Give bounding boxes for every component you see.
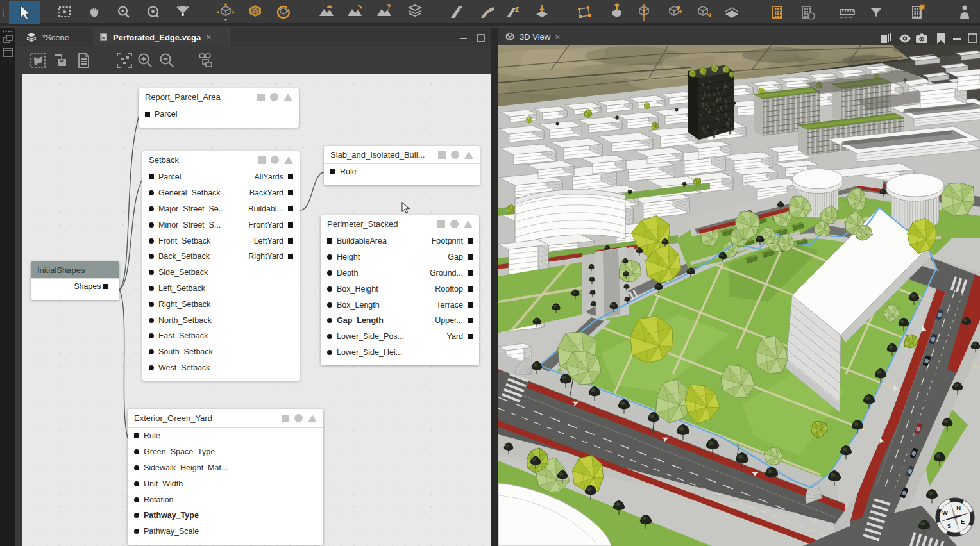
svg-text:E: E [961, 518, 965, 525]
svg-text:a: a [102, 35, 105, 40]
svg-text:N: N [956, 504, 961, 511]
svg-text:S: S [947, 522, 951, 529]
svg-text:?: ? [387, 4, 391, 11]
svg-text:W: W [942, 509, 948, 516]
